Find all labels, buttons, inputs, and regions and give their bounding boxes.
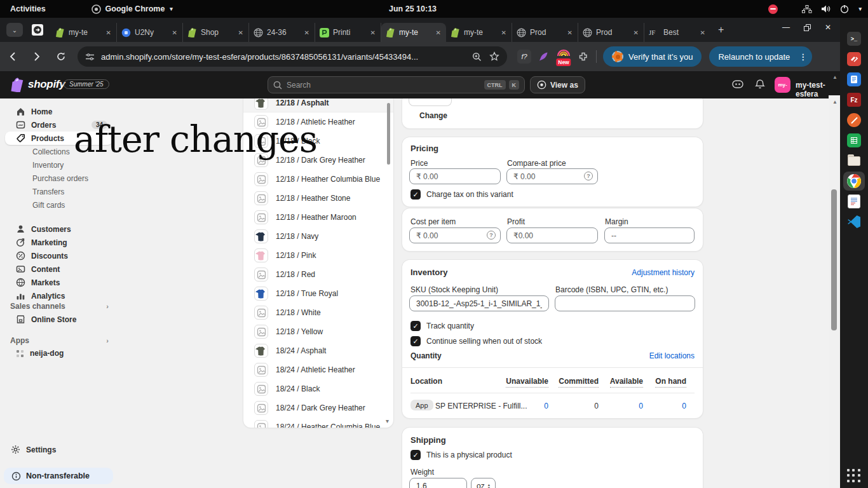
- browser-tab-4[interactable]: 24-36 ✕: [249, 23, 315, 42]
- network-icon[interactable]: [802, 5, 812, 13]
- page-scrollbar-thumb[interactable]: [831, 189, 837, 330]
- unavailable-value[interactable]: 0: [544, 402, 548, 410]
- dock-item-word-processor[interactable]: [843, 192, 865, 211]
- scrollbar-up-arrow[interactable]: ▲: [832, 74, 837, 80]
- dock-item-files[interactable]: [843, 151, 865, 170]
- volume-icon[interactable]: [821, 4, 831, 13]
- zoom-icon[interactable]: [472, 52, 482, 62]
- change-image-button[interactable]: Change: [419, 111, 447, 120]
- variant-item[interactable]: 12/18 / Pink: [243, 246, 393, 265]
- help-icon[interactable]: ?: [487, 231, 496, 240]
- tab-close-icon[interactable]: ✕: [501, 29, 507, 36]
- url-text[interactable]: admin.shopify.com/store/my-test-esfera/p…: [101, 52, 465, 62]
- verify-button[interactable]: Verify that it's you: [603, 46, 702, 67]
- close-window-button[interactable]: ✕: [825, 23, 831, 32]
- tab-close-icon[interactable]: ✕: [700, 29, 706, 36]
- variant-item[interactable]: 18/24 / Athletic Heather: [243, 360, 393, 379]
- font-extension-icon[interactable]: f?: [517, 50, 531, 64]
- extensions-icon[interactable]: [578, 51, 588, 62]
- physical-product-checkbox[interactable]: ✓: [410, 450, 421, 460]
- variant-item[interactable]: 12/18 / White: [243, 303, 393, 322]
- dock-item-text-editor[interactable]: [843, 70, 865, 89]
- sidebar-item-content[interactable]: Content: [5, 262, 112, 276]
- store-avatar[interactable]: my-: [775, 77, 790, 93]
- sidebar-item-inventory[interactable]: Inventory: [5, 158, 112, 172]
- new-tab-button[interactable]: +: [718, 24, 724, 36]
- sidebar-item-customers[interactable]: Customers: [5, 222, 112, 236]
- variant-item[interactable]: 12/18 / Heather Columbia Blue: [243, 170, 393, 189]
- address-bar[interactable]: admin.shopify.com/store/my-test-esfera/p…: [78, 46, 507, 67]
- notifications-bell-icon[interactable]: [755, 79, 765, 90]
- system-chevron-down-icon[interactable]: ▾: [858, 6, 862, 12]
- bookmark-star-icon[interactable]: [489, 51, 499, 62]
- sidebar-item-markets[interactable]: Markets: [5, 276, 112, 289]
- scrollbar-up-arrow[interactable]: ▲: [832, 99, 837, 105]
- dock-item-filezilla[interactable]: Fz: [843, 90, 865, 109]
- browser-tab-8[interactable]: Prod ✕: [512, 23, 578, 42]
- pinned-tab[interactable]: [29, 23, 46, 37]
- shopify-logo[interactable]: shopify: [10, 77, 65, 92]
- page-scrollbar[interactable]: ▲: [829, 95, 840, 488]
- tab-close-icon[interactable]: ✕: [633, 29, 639, 36]
- browser-tab-7[interactable]: my-te ✕: [446, 23, 512, 42]
- dock-item-vscode[interactable]: [843, 212, 865, 231]
- browser-tab-9[interactable]: Prod ✕: [578, 23, 644, 42]
- tab-close-icon[interactable]: ✕: [172, 29, 178, 36]
- sidebar-item-transfers[interactable]: Transfers: [5, 185, 112, 198]
- variant-scrollbar-thumb[interactable]: [387, 103, 390, 165]
- price-input[interactable]: [409, 168, 501, 184]
- activities-button[interactable]: Activities: [10, 4, 46, 13]
- barcode-input[interactable]: [555, 295, 695, 311]
- on-hand-value[interactable]: 0: [682, 402, 686, 410]
- sidebar-item-purchase-orders[interactable]: Purchase orders: [5, 172, 112, 185]
- weight-unit-select[interactable]: oz ▴▾: [471, 478, 496, 488]
- committed-header[interactable]: Committed: [559, 377, 599, 386]
- browser-tab-5[interactable]: Printi ✕: [315, 23, 381, 42]
- variant-item[interactable]: 18/24 / Black: [243, 379, 393, 398]
- help-icon[interactable]: ?: [584, 172, 593, 180]
- site-info-icon[interactable]: [85, 52, 95, 62]
- sidebar-item-gift-cards[interactable]: Gift cards: [5, 198, 112, 212]
- power-icon[interactable]: [840, 4, 849, 13]
- edit-locations-link[interactable]: Edit locations: [649, 351, 695, 360]
- admin-search-bar[interactable]: Search CTRL K: [268, 76, 525, 93]
- tab-close-icon[interactable]: ✕: [304, 29, 310, 36]
- tab-close-icon[interactable]: ✕: [238, 29, 244, 36]
- minimize-button[interactable]: —: [782, 23, 790, 32]
- browser-tab-10[interactable]: JF Best ✕: [644, 23, 710, 42]
- view-as-button[interactable]: View as: [530, 76, 585, 93]
- dock-item-chrome[interactable]: [843, 172, 865, 191]
- sidebar-item-marketing[interactable]: Marketing: [5, 236, 112, 249]
- plan-banner[interactable]: Non-transferable: [4, 468, 113, 484]
- variant-item[interactable]: 12/18 / True Royal: [243, 284, 393, 303]
- tab-close-icon[interactable]: ✕: [105, 29, 112, 36]
- browser-tab-1[interactable]: my-te ✕: [51, 23, 117, 42]
- browser-menu-icon[interactable]: ⋮: [799, 52, 807, 62]
- tab-close-icon[interactable]: ✕: [370, 29, 376, 36]
- dock-item-spreadsheet[interactable]: [843, 131, 865, 150]
- sku-input[interactable]: [409, 295, 549, 311]
- dock-item-draw-tool[interactable]: [843, 111, 865, 130]
- sidebar-item-home[interactable]: Home: [5, 105, 112, 118]
- variant-item[interactable]: 18/24 / Asphalt: [243, 341, 393, 360]
- margin-input[interactable]: [604, 227, 695, 243]
- on-hand-header[interactable]: On hand: [655, 377, 686, 386]
- sidebar-item-online-store[interactable]: Online Store: [0, 315, 118, 324]
- tab-close-icon[interactable]: ✕: [567, 29, 573, 36]
- variant-item[interactable]: 12/18 / Heather Stone: [243, 189, 393, 208]
- dock-item-screen-share[interactable]: [843, 50, 865, 69]
- profit-input[interactable]: [506, 227, 598, 243]
- sales-channels-header[interactable]: Sales channels ›: [10, 302, 109, 311]
- charge-tax-checkbox[interactable]: ✓: [410, 189, 421, 200]
- variant-item[interactable]: 12/18 / Red: [243, 265, 393, 284]
- variant-item[interactable]: 12/18 / Navy: [243, 227, 393, 246]
- app-menu-button[interactable]: Google Chrome ▾: [92, 4, 173, 14]
- edition-badge[interactable]: Summer '25: [64, 79, 109, 89]
- browser-tab-6[interactable]: my-te ✕: [381, 23, 446, 42]
- variant-item[interactable]: 12/18 / Yellow: [243, 322, 393, 341]
- variant-item[interactable]: 18/24 / Heather Columbia Blue: [243, 417, 393, 428]
- dock-item-terminal[interactable]: >_: [843, 29, 865, 48]
- quill-extension-icon[interactable]: [538, 51, 549, 62]
- restore-button[interactable]: [804, 24, 811, 31]
- sidekick-icon[interactable]: [732, 79, 743, 89]
